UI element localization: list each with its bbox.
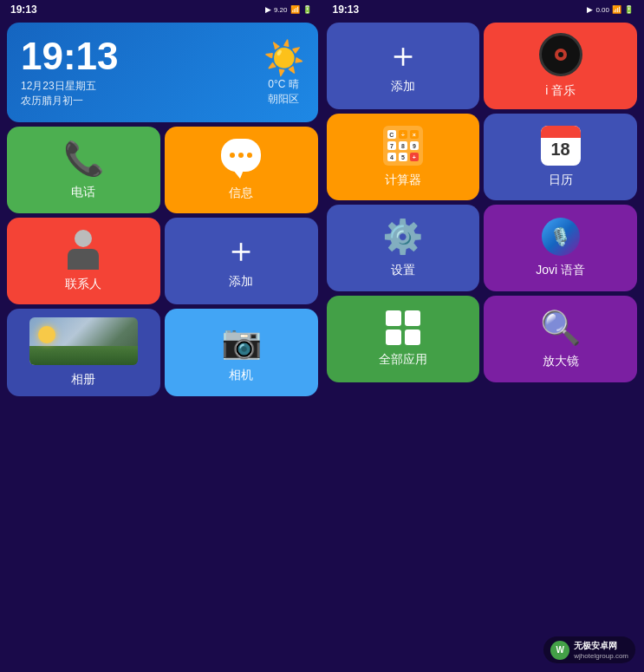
message-label: 信息: [229, 186, 253, 201]
add2-app-tile[interactable]: ＋ 添加: [327, 23, 480, 109]
message-icon: [221, 139, 261, 172]
calendar-label: 日历: [549, 173, 573, 188]
settings-app-tile[interactable]: ⚙️ 设置: [327, 205, 480, 291]
clock-time: 19:13: [21, 37, 119, 75]
message-app-tile[interactable]: 信息: [165, 127, 318, 213]
album-app-tile[interactable]: 相册: [7, 309, 160, 396]
gear-icon: ⚙️: [382, 218, 423, 256]
camera-label: 相机: [229, 368, 253, 383]
watermark-logo: W: [550, 641, 569, 660]
calendar-app-tile[interactable]: 18 日历: [484, 114, 637, 200]
phone-icon: 📞: [63, 140, 104, 178]
add2-label: 添加: [391, 79, 415, 95]
sun-icon: ☀️: [263, 39, 304, 77]
calendar-icon: 18: [541, 126, 581, 166]
calendar-date-number: 18: [551, 140, 570, 160]
magnifier-app-tile[interactable]: 🔍 放大镜: [484, 296, 637, 382]
weather-widget: ☀️ 0°C 晴 朝阳区: [263, 39, 304, 107]
left-phone: 19:13 12月23日星期五 农历腊月初一 ☀️ 0°C 晴 朝阳区 📞 电话: [3, 19, 322, 669]
magnifier-label: 放大镜: [543, 354, 579, 369]
contacts-label: 联系人: [65, 277, 101, 292]
album-thumbnail: [29, 317, 138, 365]
plus-icon-right: ＋: [386, 37, 420, 72]
grid-icon: [386, 310, 420, 345]
allapps-label: 全部应用: [379, 352, 427, 368]
weather-location: 朝阳区: [263, 92, 304, 107]
add1-app-tile[interactable]: ＋ 添加: [165, 218, 318, 304]
right-phone: ＋ 添加 i 音乐 C ÷ × 7 8: [323, 19, 641, 669]
left-status-time: 19:13: [10, 3, 37, 16]
watermark: W 无极安卓网 wjhotelgroup.com: [543, 636, 635, 663]
magnifier-icon: 🔍: [540, 309, 581, 347]
camera-icon: 📷: [221, 323, 262, 361]
add1-label: 添加: [229, 274, 253, 290]
music-app-tile[interactable]: i 音乐: [484, 23, 637, 109]
contacts-app-tile[interactable]: 联系人: [7, 218, 160, 304]
music-label: i 音乐: [545, 83, 576, 99]
vinyl-record-icon: [539, 33, 582, 76]
right-status-time: 19:13: [333, 3, 360, 16]
jovi-app-tile[interactable]: 🎙️ Jovi 语音: [484, 205, 637, 291]
jovi-label: Jovi 语音: [536, 263, 585, 278]
phone-label: 电话: [71, 185, 95, 200]
calculator-label: 计算器: [385, 173, 421, 188]
left-status-icons: ▶9.20📶🔋: [265, 5, 312, 14]
clock-date1: 12月23日星期五: [21, 79, 119, 94]
album-label: 相册: [71, 372, 95, 388]
plus-icon-left: ＋: [224, 232, 258, 267]
weather-temp: 0°C 晴: [263, 77, 304, 92]
watermark-text: 无极安卓网: [574, 640, 628, 652]
clock-date2: 农历腊月初一: [21, 94, 119, 108]
contact-icon: [68, 230, 99, 270]
settings-label: 设置: [391, 263, 415, 278]
jovi-icon: 🎙️: [542, 218, 580, 256]
camera-app-tile[interactable]: 📷 相机: [165, 309, 318, 396]
right-status-icons: ▶0.00📶🔋: [587, 5, 634, 14]
calculator-app-tile[interactable]: C ÷ × 7 8 9 4 5 + 计算器: [327, 114, 480, 200]
watermark-url: wjhotelgroup.com: [574, 652, 628, 660]
allapps-app-tile[interactable]: 全部应用: [327, 296, 480, 382]
phone-app-tile[interactable]: 📞 电话: [7, 127, 160, 213]
clock-tile[interactable]: 19:13 12月23日星期五 农历腊月初一 ☀️ 0°C 晴 朝阳区: [7, 23, 318, 122]
calculator-icon: C ÷ × 7 8 9 4 5 +: [383, 126, 423, 166]
